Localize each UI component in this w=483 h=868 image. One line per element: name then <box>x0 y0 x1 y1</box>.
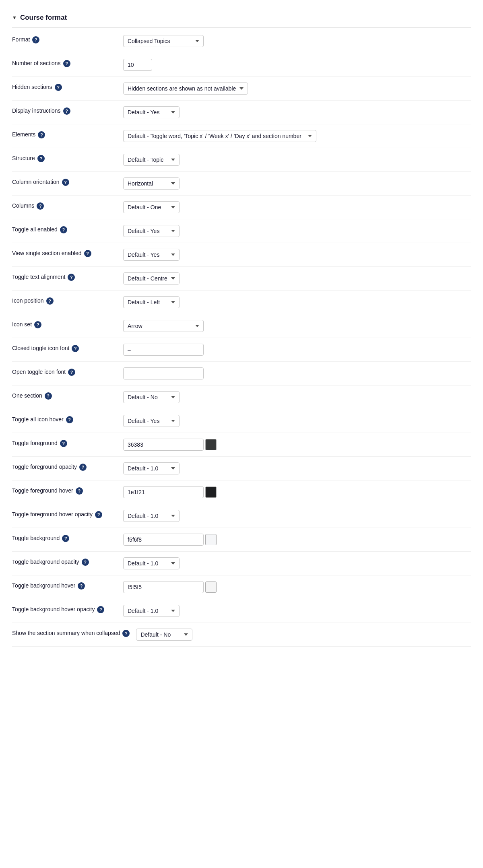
text-input-closed_toggle_icon_font[interactable] <box>123 344 204 356</box>
label-group-toggle_foreground_hover_opacity: Toggle foreground hover opacity? <box>12 510 117 519</box>
control-toggle_background <box>123 534 471 546</box>
help-icon-format[interactable]: ? <box>32 36 39 43</box>
label-number_of_sections: Number of sections <box>12 60 61 68</box>
label-icon_set: Icon set <box>12 321 32 329</box>
color-swatch-toggle_background_hover[interactable] <box>205 581 217 593</box>
label-group-closed_toggle_icon_font: Closed toggle icon font? <box>12 344 117 353</box>
label-group-structure: Structure? <box>12 154 117 163</box>
select-show_section_summary_collapsed[interactable]: Default - NoDefault - YesNoYes <box>136 629 192 641</box>
label-display_instructions: Display instructions <box>12 107 61 115</box>
number-input-number_of_sections[interactable] <box>123 59 152 71</box>
help-icon-elements[interactable]: ? <box>38 131 45 138</box>
color-swatch-toggle_foreground[interactable] <box>205 439 217 450</box>
select-one_section[interactable]: Default - NoDefault - YesNoYes <box>123 391 180 403</box>
help-icon-column_orientation[interactable]: ? <box>62 179 69 186</box>
help-icon-display_instructions[interactable]: ? <box>63 107 70 115</box>
control-hidden_sections: Hidden sections are shown as not availab… <box>123 82 471 95</box>
select-toggle_background_hover_opacity[interactable]: Default - 1.0Default - 0.51.00.5 <box>123 605 180 617</box>
select-icon_position[interactable]: Default - LeftDefault - RightLeftRight <box>123 296 180 308</box>
help-icon-toggle_foreground_opacity[interactable]: ? <box>79 464 87 471</box>
select-toggle_background_opacity[interactable]: Default - 1.0Default - 0.51.00.5 <box>123 557 180 569</box>
help-icon-toggle_background[interactable]: ? <box>62 535 69 542</box>
help-icon-toggle_text_alignment[interactable]: ? <box>68 274 75 281</box>
help-icon-icon_set[interactable]: ? <box>34 321 41 328</box>
control-toggle_foreground_hover_opacity: Default - 1.0Default - 0.51.00.5 <box>123 510 471 522</box>
control-icon_set: ArrowCheckPlusSquare <box>123 320 471 332</box>
select-view_single_section_enabled[interactable]: Default - YesDefault - NoYesNo <box>123 249 180 261</box>
color-text-toggle_background[interactable] <box>123 534 204 546</box>
help-icon-columns[interactable]: ? <box>37 202 44 210</box>
select-structure[interactable]: Default - TopicTopicWeekDay <box>123 154 180 166</box>
help-icon-number_of_sections[interactable]: ? <box>63 60 70 67</box>
label-one_section: One section <box>12 392 42 400</box>
color-text-toggle_background_hover[interactable] <box>123 581 204 593</box>
select-toggle_text_alignment[interactable]: Default - CentreDefault - LeftDefault - … <box>123 272 180 285</box>
help-icon-toggle_background_hover_opacity[interactable]: ? <box>97 606 104 613</box>
control-toggle_foreground_opacity: Default - 1.0Default - 0.51.00.5 <box>123 462 471 474</box>
color-text-toggle_foreground[interactable] <box>123 439 204 451</box>
help-icon-toggle_all_enabled[interactable]: ? <box>60 226 67 233</box>
label-elements: Elements <box>12 131 35 139</box>
help-icon-show_section_summary_collapsed[interactable]: ? <box>122 630 130 637</box>
label-group-toggle_background_hover: Toggle background hover? <box>12 581 117 590</box>
help-icon-one_section[interactable]: ? <box>45 392 52 400</box>
color-swatch-toggle_background[interactable] <box>205 534 217 545</box>
form-row-structure: Structure?Default - TopicTopicWeekDay <box>12 148 471 172</box>
help-icon-toggle_foreground_hover[interactable]: ? <box>76 487 83 495</box>
select-toggle_all_icon_hover[interactable]: Default - YesDefault - NoYesNo <box>123 415 180 427</box>
select-format[interactable]: Collapsed TopicsTopicsWeeklySingle activ… <box>123 35 204 47</box>
label-toggle_foreground: Toggle foreground <box>12 439 58 447</box>
select-hidden_sections[interactable]: Hidden sections are shown as not availab… <box>123 82 248 95</box>
text-input-open_toggle_icon_font[interactable] <box>123 367 204 379</box>
help-icon-toggle_background_opacity[interactable]: ? <box>82 559 89 566</box>
label-toggle_background_hover_opacity: Toggle background hover opacity <box>12 606 95 614</box>
label-group-toggle_all_icon_hover: Toggle all icon hover? <box>12 415 117 424</box>
form-row-toggle_text_alignment: Toggle text alignment?Default - CentreDe… <box>12 267 471 291</box>
form-row-elements: Elements?Default - Toggle word, 'Topic x… <box>12 124 471 148</box>
help-icon-toggle_foreground_hover_opacity[interactable]: ? <box>95 511 102 518</box>
select-icon_set[interactable]: ArrowCheckPlusSquare <box>123 320 204 332</box>
select-toggle_foreground_opacity[interactable]: Default - 1.0Default - 0.51.00.5 <box>123 462 180 474</box>
section-header: ▼ Course format <box>12 8 471 28</box>
select-elements[interactable]: Default - Toggle word, 'Topic x' / 'Week… <box>123 130 316 142</box>
label-toggle_foreground_opacity: Toggle foreground opacity <box>12 463 77 471</box>
help-icon-icon_position[interactable]: ? <box>46 297 54 305</box>
label-toggle_all_icon_hover: Toggle all icon hover <box>12 416 64 424</box>
label-group-icon_set: Icon set? <box>12 320 117 329</box>
help-icon-toggle_all_icon_hover[interactable]: ? <box>66 416 73 423</box>
label-group-toggle_foreground: Toggle foreground? <box>12 439 117 447</box>
help-icon-view_single_section_enabled[interactable]: ? <box>84 250 91 257</box>
help-icon-closed_toggle_icon_font[interactable]: ? <box>72 345 79 352</box>
select-column_orientation[interactable]: HorizontalVertical <box>123 177 180 190</box>
control-toggle_foreground_hover <box>123 486 471 498</box>
help-icon-hidden_sections[interactable]: ? <box>55 84 62 91</box>
form-row-toggle_foreground_hover: Toggle foreground hover? <box>12 480 471 504</box>
select-toggle_foreground_hover_opacity[interactable]: Default - 1.0Default - 0.51.00.5 <box>123 510 180 522</box>
control-show_section_summary_collapsed: Default - NoDefault - YesNoYes <box>136 629 471 641</box>
control-toggle_all_enabled: Default - YesDefault - NoYesNo <box>123 225 471 237</box>
collapse-icon[interactable]: ▼ <box>12 15 17 21</box>
label-toggle_all_enabled: Toggle all enabled <box>12 226 58 234</box>
label-group-open_toggle_icon_font: Open toggle icon font? <box>12 367 117 376</box>
form-row-toggle_background_hover: Toggle background hover? <box>12 575 471 599</box>
color-swatch-toggle_foreground_hover[interactable] <box>205 487 217 498</box>
label-group-toggle_text_alignment: Toggle text alignment? <box>12 272 117 281</box>
help-icon-structure[interactable]: ? <box>37 155 45 162</box>
label-group-toggle_background: Toggle background? <box>12 534 117 542</box>
form-row-toggle_all_enabled: Toggle all enabled?Default - YesDefault … <box>12 219 471 243</box>
control-column_orientation: HorizontalVertical <box>123 177 471 190</box>
help-icon-open_toggle_icon_font[interactable]: ? <box>68 369 75 376</box>
select-display_instructions[interactable]: Default - YesDefault - NoYesNo <box>123 106 180 118</box>
label-toggle_background_hover: Toggle background hover <box>12 582 75 590</box>
select-columns[interactable]: Default - OneOneTwoThreeFour <box>123 201 180 213</box>
label-group-one_section: One section? <box>12 391 117 400</box>
label-group-columns: Columns? <box>12 201 117 210</box>
form-row-icon_set: Icon set?ArrowCheckPlusSquare <box>12 314 471 338</box>
help-icon-toggle_foreground[interactable]: ? <box>60 440 67 447</box>
help-icon-toggle_background_hover[interactable]: ? <box>78 582 85 590</box>
label-group-toggle_background_opacity: Toggle background opacity? <box>12 557 117 566</box>
control-toggle_background_opacity: Default - 1.0Default - 0.51.00.5 <box>123 557 471 569</box>
select-toggle_all_enabled[interactable]: Default - YesDefault - NoYesNo <box>123 225 180 237</box>
color-text-toggle_foreground_hover[interactable] <box>123 486 204 498</box>
form-body: Format?Collapsed TopicsTopicsWeeklySingl… <box>12 29 471 647</box>
